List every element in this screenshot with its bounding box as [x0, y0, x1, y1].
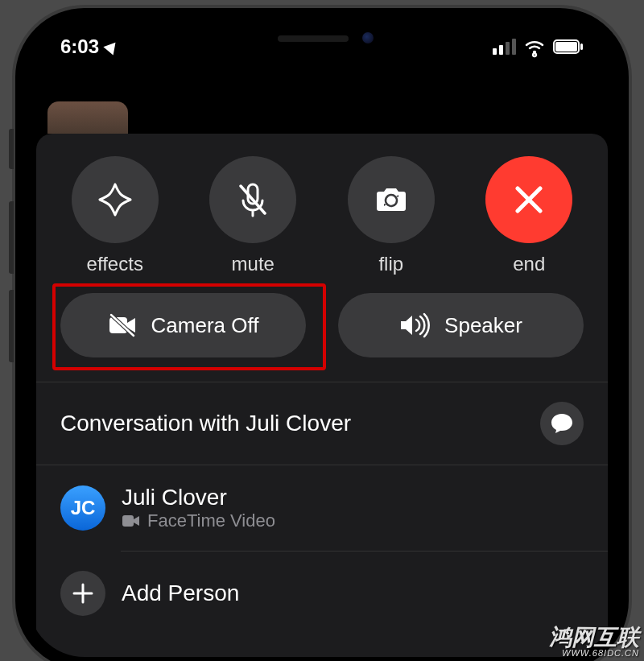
location-icon: [103, 38, 120, 55]
participant-avatar: JC: [60, 485, 105, 531]
secondary-controls-row: Camera Off Speaker: [36, 275, 608, 382]
close-icon: [511, 182, 547, 217]
message-button[interactable]: [540, 402, 584, 445]
participant-initials: JC: [71, 497, 96, 519]
conversation-title: Conversation with Juli Clover: [60, 411, 524, 436]
flip-camera-icon: [371, 180, 411, 220]
svg-point-0: [533, 51, 536, 54]
speaker-label: Speaker: [444, 313, 522, 338]
screen: 6:03: [28, 21, 616, 657]
participant-row[interactable]: JC Juli Clover FaceTime Video: [36, 465, 608, 551]
camera-off-button[interactable]: Camera Off: [60, 293, 306, 357]
cellular-signal-icon: [493, 39, 516, 55]
watermark-main: 鸿网互联: [549, 625, 639, 650]
wifi-icon: [524, 39, 545, 55]
watermark-sub: WWW.68IDC.CN: [549, 649, 639, 658]
volume-up-button: [9, 201, 14, 274]
add-person-button[interactable]: [60, 571, 105, 616]
speaker-button[interactable]: Speaker: [338, 293, 584, 357]
phone-frame: 6:03: [12, 5, 632, 661]
video-icon: [122, 514, 141, 528]
mute-label: mute: [232, 253, 275, 275]
effects-icon: [93, 178, 137, 221]
notch: [201, 21, 443, 55]
volume-down-button: [9, 290, 14, 362]
add-person-label: Add Person: [122, 580, 239, 606]
battery-icon: [553, 39, 584, 54]
effects-label: effects: [87, 253, 143, 275]
speaker-icon: [399, 313, 431, 337]
plus-icon: [72, 582, 94, 605]
end-label: end: [513, 253, 545, 275]
watermark: 鸿网互联 WWW.68IDC.CN: [549, 626, 639, 658]
effects-button[interactable]: [72, 156, 159, 243]
add-person-row[interactable]: Add Person: [36, 552, 608, 635]
camera-off-label: Camera Off: [151, 313, 259, 338]
video-preview-peek[interactable]: [47, 101, 128, 134]
camera-off-icon: [108, 313, 138, 337]
facetime-controls-panel: effects mute: [36, 134, 608, 657]
flip-button[interactable]: [348, 156, 435, 243]
mute-icon: [233, 180, 273, 220]
side-button: [9, 129, 14, 169]
participant-subtitle: FaceTime Video: [147, 510, 275, 531]
end-call-button[interactable]: [485, 156, 572, 243]
svg-rect-2: [555, 42, 577, 52]
primary-controls-row: effects mute: [36, 156, 608, 275]
conversation-row[interactable]: Conversation with Juli Clover: [36, 382, 608, 465]
svg-rect-3: [580, 43, 583, 50]
svg-rect-11: [122, 515, 134, 527]
message-icon: [550, 412, 574, 435]
participant-name: Juli Clover: [122, 485, 584, 510]
status-time: 6:03: [60, 35, 99, 58]
flip-label: flip: [378, 253, 403, 275]
mute-button[interactable]: [209, 156, 296, 243]
